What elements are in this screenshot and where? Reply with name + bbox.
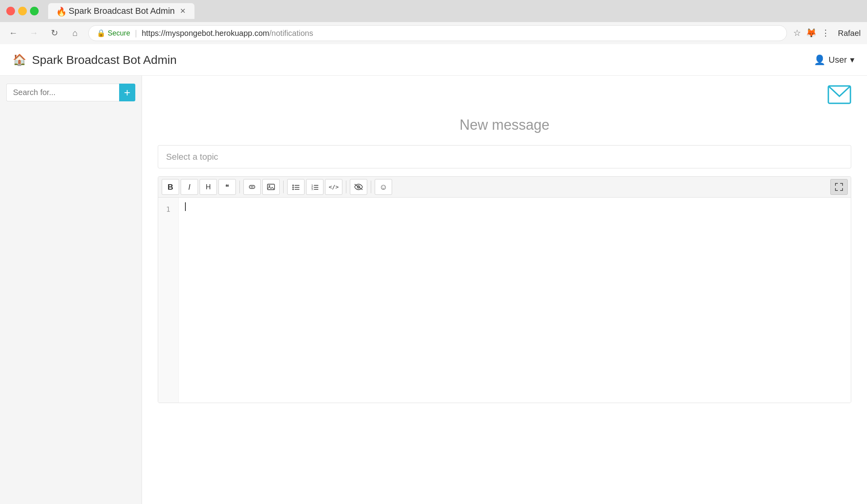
toolbar-separator-3 xyxy=(346,181,346,193)
app-title-area: 🏠 Spark Broadcast Bot Admin xyxy=(13,53,177,67)
topic-select[interactable]: Select a topic xyxy=(158,145,851,168)
svg-point-5 xyxy=(292,187,294,188)
toolbar-separator-4 xyxy=(371,181,371,193)
home-button[interactable]: ⌂ xyxy=(68,26,82,40)
reload-button[interactable]: ↻ xyxy=(47,26,62,40)
svg-text:3.: 3. xyxy=(311,187,314,190)
app-title: Spark Broadcast Bot Admin xyxy=(32,53,177,67)
user-menu-label: User xyxy=(829,55,847,65)
heading-button[interactable]: H xyxy=(200,179,217,195)
topic-select-wrapper: Select a topic xyxy=(158,145,851,168)
link-button[interactable] xyxy=(243,179,261,195)
sidebar: + xyxy=(0,76,142,504)
image-button[interactable] xyxy=(262,179,280,195)
svg-point-2 xyxy=(269,185,270,187)
ordered-list-button[interactable]: 1. 2. 3. xyxy=(306,179,323,195)
editor-body: 1 xyxy=(158,198,851,403)
line-numbers: 1 xyxy=(158,198,179,403)
address-bar: ← → ↻ ⌂ 🔒 Secure | https://myspongebot.h… xyxy=(0,22,867,44)
toolbar-separator-2 xyxy=(283,181,284,193)
url-text: https://myspongebot.herokuapp.com/notifi… xyxy=(142,29,313,38)
new-tab-button[interactable] xyxy=(198,4,217,18)
editor-toolbar: B I H ❝ xyxy=(158,177,851,198)
envelope-icon xyxy=(828,85,851,109)
secure-label: Secure xyxy=(108,29,130,37)
lock-icon: 🔒 xyxy=(97,29,105,37)
user-menu[interactable]: 👤 User ▾ xyxy=(814,54,854,65)
blockquote-button[interactable]: ❝ xyxy=(219,179,236,195)
italic-button[interactable]: I xyxy=(181,179,198,195)
secure-badge: 🔒 Secure xyxy=(97,29,130,37)
app-header: 🏠 Spark Broadcast Bot Admin 👤 User ▾ xyxy=(0,44,867,76)
menu-button[interactable]: ⋮ xyxy=(821,28,830,38)
svg-point-7 xyxy=(292,189,294,190)
back-button[interactable]: ← xyxy=(6,26,21,40)
user-icon: 👤 xyxy=(814,54,826,65)
preview-button[interactable] xyxy=(350,179,367,195)
tab-title: Spark Broadcast Bot Admin xyxy=(69,6,175,16)
svg-point-3 xyxy=(292,185,294,186)
url-bar[interactable]: 🔒 Secure | https://myspongebot.herokuapp… xyxy=(88,25,787,41)
search-area: + xyxy=(0,84,142,101)
url-base: https://myspongebot.herokuapp.com xyxy=(142,29,269,37)
extension-icon[interactable]: 🦊 xyxy=(806,28,817,38)
emoji-button[interactable]: ☺ xyxy=(375,179,392,195)
forward-button[interactable]: → xyxy=(27,26,41,40)
close-window-button[interactable] xyxy=(6,7,15,15)
browser-toolbar-right: ☆ 🦊 ⋮ Rafael xyxy=(793,28,861,38)
tab-close-button[interactable]: ✕ xyxy=(179,7,187,15)
envelope-icon-area xyxy=(142,76,867,109)
home-icon: 🏠 xyxy=(13,53,26,66)
window-controls xyxy=(6,7,39,15)
url-path: /notifications xyxy=(269,29,313,37)
add-button[interactable]: + xyxy=(119,84,135,101)
browser-user-label: Rafael xyxy=(838,29,861,38)
editor-content[interactable] xyxy=(179,198,851,403)
content-area: New message Select a topic B I H ❝ xyxy=(142,76,867,504)
bold-button[interactable]: B xyxy=(162,179,179,195)
active-tab[interactable]: 🔥 Spark Broadcast Bot Admin ✕ xyxy=(48,3,194,19)
editor-wrapper: B I H ❝ xyxy=(158,176,851,403)
unordered-list-button[interactable] xyxy=(287,179,305,195)
chevron-down-icon: ▾ xyxy=(850,55,854,65)
tab-favicon-icon: 🔥 xyxy=(56,7,65,15)
toolbar-separator-1 xyxy=(239,181,240,193)
minimize-window-button[interactable] xyxy=(18,7,27,15)
bookmark-button[interactable]: ☆ xyxy=(793,28,801,38)
new-message-title: New message xyxy=(142,117,867,133)
text-cursor xyxy=(185,202,186,211)
fullscreen-button[interactable] xyxy=(830,179,848,195)
code-button[interactable]: </> xyxy=(325,179,342,195)
tab-bar: 🔥 Spark Broadcast Bot Admin ✕ xyxy=(48,3,217,19)
search-input[interactable] xyxy=(6,84,119,101)
url-separator: | xyxy=(135,29,137,38)
maximize-window-button[interactable] xyxy=(30,7,39,15)
line-number-1: 1 xyxy=(158,202,178,217)
